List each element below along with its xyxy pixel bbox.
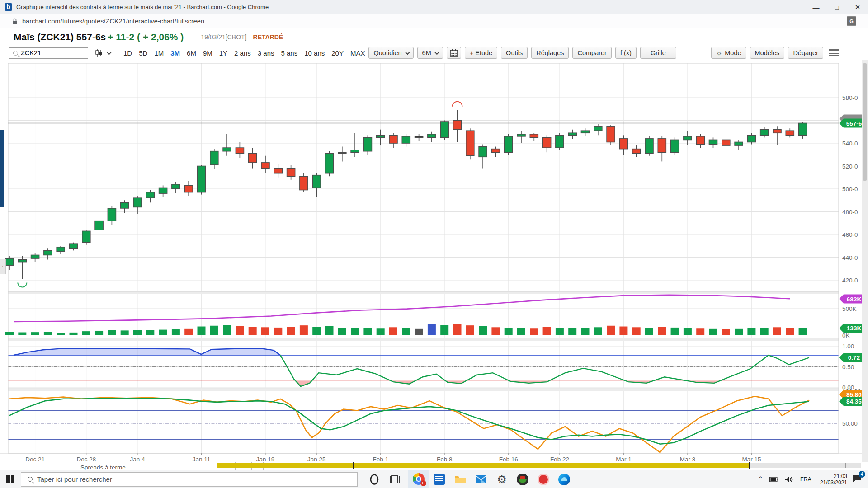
taskbar-search[interactable]: Taper ici pour rechercher (21, 472, 358, 487)
period-5ans[interactable]: 5 ans (281, 49, 298, 57)
speaker-icon[interactable] (785, 476, 793, 483)
action-center-button[interactable]: 4 (852, 474, 862, 485)
svg-text:0.50: 0.50 (842, 364, 854, 371)
svg-text:Mar 15: Mar 15 (742, 456, 761, 462)
settings-taskbar-button[interactable]: ⚙ (491, 470, 512, 488)
clear-button[interactable]: Dégager (788, 47, 823, 59)
period-5D[interactable]: 5D (139, 49, 147, 57)
period-2ans[interactable]: 2 ans (234, 49, 251, 57)
task-view-icon (390, 474, 401, 485)
svg-text:Mar 1: Mar 1 (616, 456, 632, 462)
fx-button[interactable]: f (x) (615, 47, 637, 59)
tools-button[interactable]: Outils (501, 47, 528, 59)
file-explorer-button[interactable] (450, 470, 471, 488)
onenote-icon (434, 474, 445, 485)
language-indicator[interactable]: FRA (800, 476, 811, 483)
models-button[interactable]: Modèles (750, 47, 785, 59)
toolbar-separator (117, 47, 117, 58)
edge-icon (558, 474, 570, 485)
track-tick (845, 463, 846, 468)
svg-text:Dec 28: Dec 28 (76, 456, 96, 462)
track-tick (796, 463, 796, 468)
range-dropdown[interactable]: 6M (417, 47, 443, 59)
mode-button[interactable]: ☼Mode (711, 47, 746, 59)
interval-dropdown[interactable]: Quotidien (368, 47, 413, 59)
window-title: Graphique interactif des contrats à term… (16, 4, 269, 10)
search-placeholder: Taper ici pour rechercher (37, 475, 112, 483)
chart-type-button[interactable] (94, 48, 110, 57)
side-panel-strip (0, 130, 4, 207)
cortana-button[interactable] (364, 470, 385, 488)
interactive-chart[interactable]: 580-0540-0520-0500-0480-0460-0440-0420-0… (0, 60, 868, 462)
grid-button[interactable]: Grille (640, 47, 676, 59)
chevron-down-icon (107, 50, 112, 55)
price-chart-canvas[interactable]: 580-0540-0520-0500-0480-0460-0440-0420-0… (0, 60, 868, 462)
chrome-taskbar-button[interactable]: E (408, 470, 429, 488)
symbol-search-input[interactable] (9, 47, 88, 59)
svg-text:133K: 133K (847, 325, 862, 332)
tray-expand-icon[interactable]: ⌃ (758, 475, 763, 482)
price-axis: 580-0540-0520-0500-0480-0460-0440-0420-0… (842, 94, 861, 427)
svg-text:682K: 682K (847, 296, 862, 303)
period-10ans[interactable]: 10 ans (304, 49, 325, 57)
agriculture-app-button[interactable] (512, 470, 533, 488)
scroll-handle[interactable] (353, 462, 354, 469)
barchart-favicon-icon: b (5, 3, 12, 11)
scrollbar-thumb[interactable] (863, 63, 867, 181)
svg-text:50.00: 50.00 (842, 420, 858, 427)
scroll-track[interactable] (749, 463, 861, 468)
add-study-button[interactable]: + Etude (465, 47, 497, 59)
panel3-value-badge: 0.72 (839, 353, 864, 362)
period-1Y[interactable]: 1Y (219, 49, 227, 57)
system-tray: ⌃ FRA 21:03 21/03/2021 4 (755, 470, 868, 488)
period-9M[interactable]: 9M (203, 49, 212, 57)
chevron-down-icon (405, 50, 410, 55)
period-1M[interactable]: 1M (154, 49, 164, 57)
symbol-input[interactable] (21, 49, 80, 56)
period-1D[interactable]: 1D (123, 49, 132, 57)
futures-spreads-link[interactable]: Spreads à terme (80, 464, 126, 470)
translate-icon[interactable]: G文 (847, 16, 856, 26)
mail-taskbar-button[interactable] (471, 470, 491, 488)
scroll-handle[interactable] (749, 462, 750, 469)
side-panel-tab[interactable]: ‹ (0, 259, 6, 274)
battery-icon[interactable] (769, 477, 778, 482)
period-3M[interactable]: 3M (170, 49, 180, 57)
maximize-button[interactable]: □ (826, 0, 847, 14)
browser-urlbar[interactable]: barchart.com/futures/quotes/ZCK21/intera… (0, 14, 868, 28)
symbol-change: + 11-2 ( + 2,06% ) (108, 32, 184, 42)
period-20Y[interactable]: 20Y (331, 49, 344, 57)
sun-icon: ☼ (716, 49, 722, 56)
browser-titlebar: b Graphique interactif des contrats à te… (0, 0, 868, 14)
open-interest-badge: 682K (839, 295, 864, 304)
bottom-links-strip: Spreads à terme (0, 462, 868, 470)
period-3ans[interactable]: 3 ans (258, 49, 274, 57)
calendar-button[interactable] (447, 47, 461, 59)
settings-button[interactable]: Réglages (531, 47, 569, 59)
media-app-button[interactable] (533, 470, 554, 488)
svg-text:84.35: 84.35 (846, 398, 862, 405)
svg-text:Jan 25: Jan 25 (307, 456, 326, 462)
svg-text:557-6: 557-6 (846, 120, 862, 127)
svg-text:500-0: 500-0 (842, 186, 858, 192)
svg-text:Jan 4: Jan 4 (130, 456, 145, 462)
start-button[interactable] (0, 470, 21, 488)
chevron-down-icon (434, 50, 439, 55)
close-button[interactable]: ✕ (847, 0, 868, 14)
taskbar-clock[interactable]: 21:03 21/03/2021 (820, 473, 847, 486)
minimize-button[interactable]: — (806, 0, 826, 14)
svg-text:0K: 0K (842, 332, 850, 339)
svg-text:Feb 16: Feb 16 (499, 456, 518, 462)
scroll-range-bar[interactable] (217, 463, 749, 468)
period-selector: 1D5D1M3M6M9M1Y2 ans3 ans5 ans10 ans20YMA… (123, 49, 365, 57)
notification-badge: E (420, 480, 426, 486)
compare-button[interactable]: Comparer (572, 47, 611, 59)
task-view-button[interactable] (385, 470, 406, 488)
edge-taskbar-button[interactable] (554, 470, 575, 488)
url-text[interactable]: barchart.com/futures/quotes/ZCK21/intera… (22, 18, 204, 25)
svg-text:460-0: 460-0 (842, 231, 858, 238)
onenote-taskbar-button[interactable] (429, 470, 450, 488)
period-6M[interactable]: 6M (187, 49, 196, 57)
menu-icon[interactable] (829, 49, 839, 56)
period-MAX[interactable]: MAX (350, 49, 365, 57)
